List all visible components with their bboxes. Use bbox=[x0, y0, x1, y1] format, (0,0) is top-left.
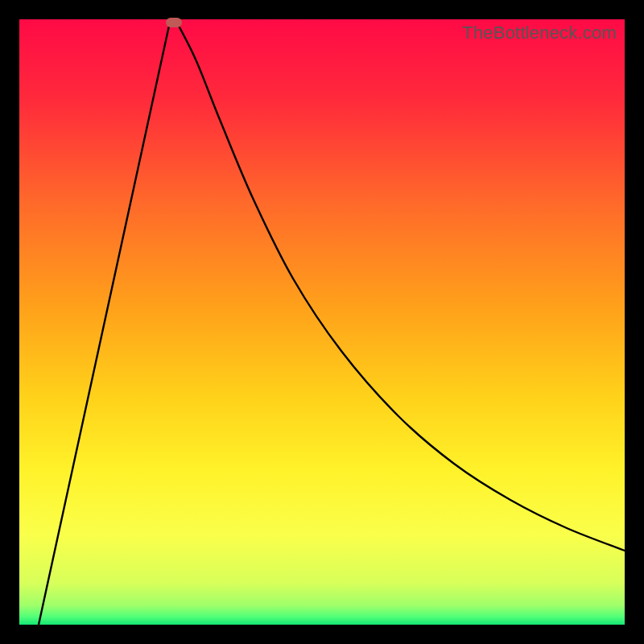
gradient-fill bbox=[19, 19, 625, 625]
watermark: TheBottleneck.com bbox=[462, 23, 617, 43]
chart-frame: TheBottleneck.com bbox=[19, 19, 625, 625]
chart-plot bbox=[19, 19, 625, 625]
min-marker bbox=[166, 18, 182, 27]
